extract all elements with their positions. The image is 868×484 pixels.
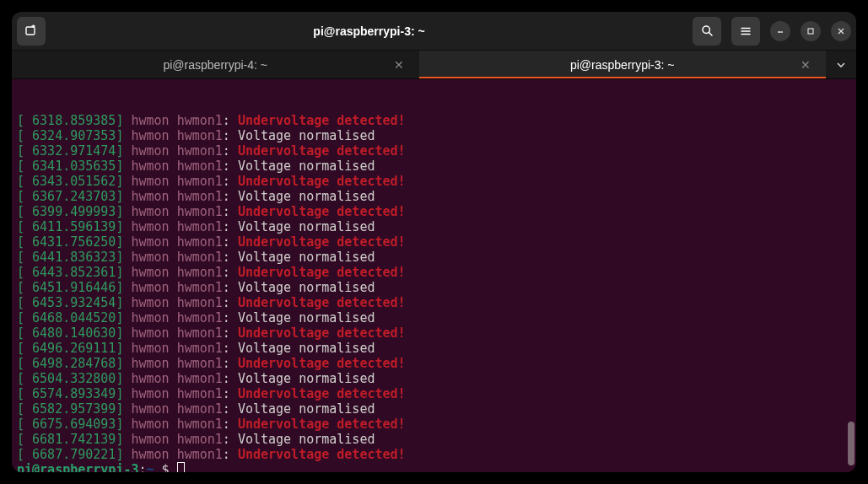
log-line: [ 6687.790221] hwmon hwmon1: Undervoltag… [17, 447, 851, 462]
log-line: [ 6453.932454] hwmon hwmon1: Undervoltag… [17, 295, 851, 310]
log-line: [ 6681.742139] hwmon hwmon1: Voltage nor… [17, 432, 851, 447]
log-line: [ 6443.852361] hwmon hwmon1: Undervoltag… [17, 265, 851, 280]
log-line: [ 6675.694093] hwmon hwmon1: Undervoltag… [17, 417, 851, 432]
svg-rect-9 [808, 29, 813, 34]
search-button[interactable] [693, 17, 721, 46]
minimize-button[interactable] [770, 21, 790, 41]
titlebar-right [693, 17, 851, 46]
terminal-viewport[interactable]: [ 6318.859385] hwmon hwmon1: Undervoltag… [12, 79, 856, 472]
new-tab-icon [24, 24, 38, 38]
scrollbar-thumb[interactable] [848, 422, 855, 465]
log-line: [ 6451.916446] hwmon hwmon1: Voltage nor… [17, 280, 851, 295]
log-line: [ 6468.044520] hwmon hwmon1: Voltage nor… [17, 310, 851, 325]
log-line: [ 6441.836323] hwmon hwmon1: Voltage nor… [17, 250, 851, 265]
tab-dropdown-button[interactable] [826, 51, 856, 78]
tab-0[interactable]: pi@raspberrypi-4: ~ ✕ [12, 51, 419, 78]
log-line: [ 6318.859385] hwmon hwmon1: Undervoltag… [17, 113, 851, 128]
maximize-button[interactable] [801, 21, 821, 41]
close-button[interactable] [831, 21, 851, 41]
log-line: [ 6343.051562] hwmon hwmon1: Undervoltag… [17, 174, 851, 189]
log-line: [ 6411.596139] hwmon hwmon1: Voltage nor… [17, 219, 851, 234]
log-line: [ 6480.140630] hwmon hwmon1: Undervoltag… [17, 325, 851, 341]
tab-close-button[interactable]: ✕ [801, 58, 811, 72]
maximize-icon [806, 27, 815, 35]
tab-label: pi@raspberrypi-4: ~ [163, 58, 267, 72]
tab-label: pi@raspberrypi-3: ~ [570, 58, 675, 72]
cursor [177, 462, 185, 472]
log-line: [ 6431.756250] hwmon hwmon1: Undervoltag… [17, 234, 851, 250]
log-line: [ 6574.893349] hwmon hwmon1: Undervoltag… [17, 386, 851, 401]
prompt-line[interactable]: pi@raspberrypi-3:~ $ [17, 462, 851, 472]
hamburger-icon [740, 25, 752, 37]
log-line: [ 6324.907353] hwmon hwmon1: Voltage nor… [17, 128, 851, 143]
titlebar: pi@raspberrypi-3: ~ [12, 12, 856, 51]
tabbar: pi@raspberrypi-4: ~ ✕ pi@raspberrypi-3: … [12, 51, 856, 79]
log-line: [ 6399.499993] hwmon hwmon1: Undervoltag… [17, 204, 851, 219]
terminal-window: pi@raspberrypi-3: ~ [12, 12, 856, 472]
close-icon [837, 27, 845, 35]
new-tab-button[interactable] [17, 17, 46, 46]
log-line: [ 6496.269111] hwmon hwmon1: Voltage nor… [17, 341, 851, 356]
window-title: pi@raspberrypi-3: ~ [51, 24, 687, 38]
svg-line-4 [709, 33, 712, 36]
menu-button[interactable] [731, 17, 760, 46]
chevron-down-icon [836, 60, 846, 70]
log-line: [ 6504.332800] hwmon hwmon1: Voltage nor… [17, 371, 851, 386]
log-line: [ 6498.284768] hwmon hwmon1: Undervoltag… [17, 356, 851, 371]
tab-1[interactable]: pi@raspberrypi-3: ~ ✕ [419, 51, 827, 78]
search-icon [701, 24, 714, 37]
log-line: [ 6341.035635] hwmon hwmon1: Voltage nor… [17, 159, 851, 174]
log-line: [ 6582.957399] hwmon hwmon1: Voltage nor… [17, 401, 851, 417]
minimize-icon [776, 27, 784, 35]
log-line: [ 6367.243703] hwmon hwmon1: Voltage nor… [17, 189, 851, 204]
tab-close-button[interactable]: ✕ [394, 58, 404, 72]
svg-rect-0 [26, 27, 35, 35]
log-line: [ 6332.971474] hwmon hwmon1: Undervoltag… [17, 143, 851, 159]
